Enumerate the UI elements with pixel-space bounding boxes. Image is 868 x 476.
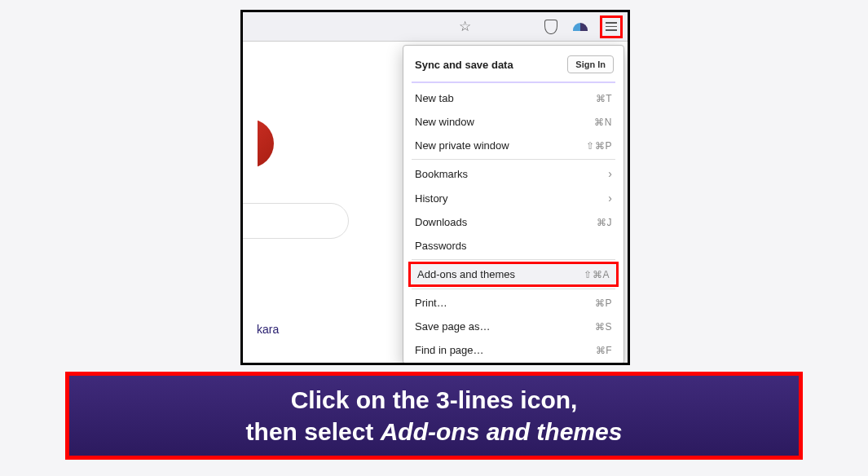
sync-row: Sync and save data Sign In: [403, 46, 623, 82]
menu-item-label: Print…: [415, 297, 447, 309]
menu-item-print[interactable]: Print… ⌘P: [403, 291, 623, 315]
menu-item-label: Save page as…: [415, 320, 491, 333]
toolbar: ☆: [243, 12, 628, 42]
menu-item-shortcut: ⇧⌘A: [584, 269, 610, 280]
caption-line2: then select Add-ons and themes: [246, 416, 623, 447]
menu-item-save-page-as[interactable]: Save page as… ⌘S: [403, 315, 623, 338]
menu-item-label: Find in page…: [415, 344, 484, 356]
separator: [412, 82, 615, 83]
chevron-right-icon: ›: [608, 167, 612, 180]
menu-item-bookmarks[interactable]: Bookmarks ›: [403, 161, 623, 186]
shield-icon[interactable]: [541, 17, 561, 37]
browser-window: ☆ kara Sync and save data Sign In New ta…: [240, 10, 630, 365]
menu-item-new-private-window[interactable]: New private window ⇧⌘P: [403, 134, 623, 157]
app-menu: Sync and save data Sign In New tab ⌘T Ne…: [403, 45, 624, 364]
search-pill[interactable]: [240, 203, 349, 239]
menu-item-label: Passwords: [415, 240, 467, 252]
menu-item-shortcut: ⌘J: [597, 217, 612, 228]
menu-item-label: New private window: [415, 139, 509, 152]
menu-item-shortcut: ⌘P: [595, 298, 612, 309]
chevron-right-icon: ›: [608, 192, 612, 205]
menu-item-history[interactable]: History ›: [403, 186, 623, 210]
menu-item-new-tab[interactable]: New tab ⌘T: [403, 86, 623, 110]
menu-item-find-in-page[interactable]: Find in page… ⌘F: [403, 338, 623, 362]
menu-item-shortcut: ⌘F: [596, 345, 612, 356]
menu-item-downloads[interactable]: Downloads ⌘J: [403, 210, 623, 234]
separator: [412, 289, 615, 289]
menu-item-label: New tab: [415, 92, 454, 104]
logo-fragment: [258, 119, 275, 176]
menu-item-label: Bookmarks: [415, 168, 468, 180]
menu-item-label: History: [415, 192, 447, 205]
separator: [412, 159, 615, 160]
menu-item-shortcut: ⇧⌘P: [586, 140, 612, 152]
instruction-caption: Click on the 3-lines icon, then select A…: [65, 372, 803, 460]
menu-item-label: Add-ons and themes: [417, 268, 515, 280]
menu-item-label: New window: [415, 116, 474, 128]
background-link-text[interactable]: kara: [257, 323, 279, 336]
menu-item-shortcut: ⌘S: [595, 321, 612, 333]
bookmark-star-icon[interactable]: ☆: [455, 17, 474, 37]
hamburger-menu-button[interactable]: [600, 15, 623, 38]
menu-item-shortcut: ⌘N: [594, 117, 612, 128]
menu-item-passwords[interactable]: Passwords: [403, 234, 623, 258]
menu-item-label: Downloads: [415, 216, 467, 228]
sync-label: Sync and save data: [415, 59, 513, 71]
caption-line1: Click on the 3-lines icon,: [291, 384, 578, 416]
separator: [412, 259, 615, 260]
menu-item-shortcut: ⌘T: [596, 93, 612, 104]
sign-in-button[interactable]: Sign In: [567, 55, 614, 73]
menu-item-addons-themes[interactable]: Add-ons and themes ⇧⌘A: [408, 262, 619, 287]
extension-icon[interactable]: [571, 17, 590, 37]
menu-item-new-window[interactable]: New window ⌘N: [403, 110, 623, 134]
